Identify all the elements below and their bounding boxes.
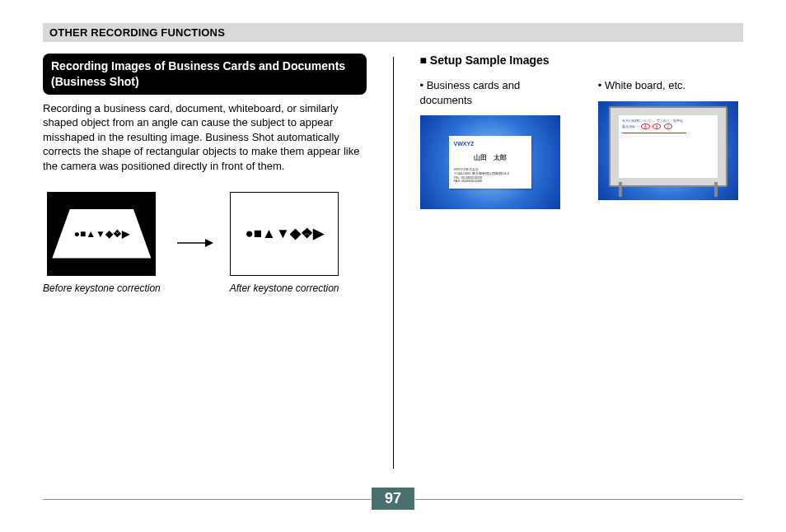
footer-rule-right (415, 499, 743, 500)
whiteboard-annotation: A (641, 124, 650, 129)
section-title: Recording Images of Business Cards and D… (43, 54, 367, 95)
right-column: ■ Setup Sample Images • Business cards a… (414, 54, 744, 469)
sample-whiteboard-col: • White board, etc. 今月の目標について — 売上向上・効率化… (598, 78, 743, 209)
shape-glyphs: ●■▲▼◆❖▶ (74, 228, 129, 240)
whiteboard-annotation: B (653, 124, 662, 129)
after-figure: ●■▲▼◆❖▶ After keystone correction (230, 192, 339, 296)
after-caption: After keystone correction (230, 282, 339, 296)
whiteboard-annotation: C (664, 124, 673, 129)
footer-rule-left (43, 499, 371, 500)
page-number: 97 (372, 488, 414, 510)
bizcard-name: 山田 太郎 (454, 153, 526, 162)
svg-marker-1 (205, 239, 213, 247)
sample-bizcard-image: VWXYZ 山田 太郎 VWXYZ株式会社 〒000-0000 東京都新宿区西新… (420, 115, 560, 209)
sample-whiteboard-label: • White board, etc. (598, 78, 743, 93)
business-card: VWXYZ 山田 太郎 VWXYZ株式会社 〒000-0000 東京都新宿区西新… (449, 136, 531, 189)
body-paragraph: Recording a business card, document, whi… (43, 101, 367, 174)
bizcard-logo: VWXYZ (454, 141, 526, 147)
after-image: ●■▲▼◆❖▶ (230, 192, 339, 276)
after-inner: ●■▲▼◆❖▶ (239, 209, 330, 259)
arrow-icon (175, 237, 215, 249)
sample-whiteboard-image: 今月の目標について — 売上向上・効率化 重点項目 → A B C (598, 101, 738, 200)
before-figure: ●■▲▼◆❖▶ Before keystone correction (43, 192, 161, 296)
trapezoid-shape: ●■▲▼◆❖▶ (52, 209, 151, 259)
column-divider (393, 57, 394, 469)
shape-glyphs: ●■▲▼◆❖▶ (246, 225, 324, 242)
section-header: OTHER RECORDING FUNCTIONS (43, 23, 743, 42)
left-column: Recording Images of Business Cards and D… (43, 54, 373, 469)
samples-row: • Business cards and documents VWXYZ 山田 … (420, 78, 744, 209)
before-caption: Before keystone correction (43, 282, 161, 296)
content-columns: Recording Images of Business Cards and D… (43, 54, 743, 469)
page-footer: 97 (0, 488, 786, 512)
right-heading: ■ Setup Sample Images (420, 54, 744, 67)
whiteboard-underline (622, 133, 686, 133)
bizcard-address: VWXYZ株式会社 〒000-0000 東京都新宿区西新宿0-0-0 TEL: … (454, 168, 526, 184)
whiteboard-content: 今月の目標について — 売上向上・効率化 重点項目 → A B C (619, 115, 718, 178)
keystone-figure-row: ●■▲▼◆❖▶ Before keystone correction ●■▲▼◆… (43, 192, 367, 296)
sample-bizcard-col: • Business cards and documents VWXYZ 山田 … (420, 78, 565, 209)
whiteboard-frame: 今月の目標について — 売上向上・効率化 重点項目 → A B C (609, 106, 728, 187)
before-image: ●■▲▼◆❖▶ (47, 192, 156, 276)
sample-bizcard-label: • Business cards and documents (420, 78, 565, 107)
